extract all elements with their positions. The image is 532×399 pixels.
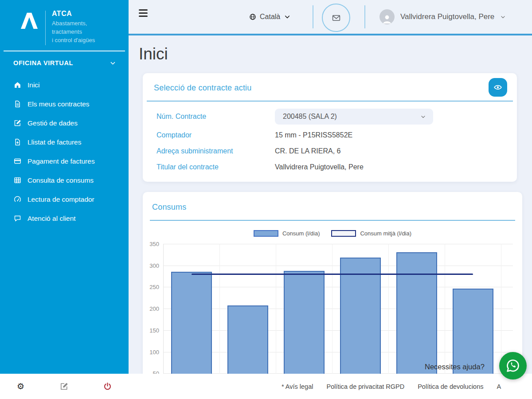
y-tick-label: 150 — [149, 327, 159, 333]
brand-logo: ATCA Abastaments,tractamentsi control d'… — [0, 0, 129, 45]
contract-card-title: Selecció de contracte actiu — [154, 83, 252, 93]
sidebar: ATCA Abastaments,tractamentsi control d'… — [0, 0, 129, 374]
power-icon — [103, 382, 112, 391]
average-line — [192, 274, 473, 275]
field-value: Vallvidrera Puigtovella, Pere — [275, 163, 364, 171]
pen-square-icon — [13, 119, 22, 127]
gridline-v — [445, 244, 445, 395]
sidebar-item-lectura-de-comptador[interactable]: Lectura de comptador — [0, 190, 129, 209]
avatar — [379, 9, 395, 24]
envelope-icon — [332, 13, 341, 23]
sidebar-item-inici[interactable]: Inici — [0, 75, 129, 94]
gear-button[interactable]: ⚙ — [17, 382, 24, 391]
sidebar-item-label: Els meus contractes — [27, 100, 90, 108]
logo-divider — [45, 11, 46, 45]
contract-fields: Núm. Contracte200485 (SALA 2)Comptador15… — [156, 109, 506, 175]
chart-legend: Consum (l/dia)Consum mitjà (l/dia) — [143, 230, 522, 237]
gridline-h — [163, 266, 513, 266]
footer-link-avis-legal[interactable]: * Avís legal — [282, 383, 313, 390]
home-icon — [13, 81, 22, 89]
gridline-v — [219, 244, 220, 395]
language-label: Català — [260, 13, 280, 21]
whatsapp-icon — [505, 358, 521, 374]
footer-link-a[interactable]: A — [497, 383, 501, 390]
brand-name: ATCA — [52, 9, 95, 18]
contract-select[interactable]: 200485 (SALA 2) — [275, 109, 433, 125]
sidebar-section-oficina-virtual[interactable]: OFICINA VIRTUAL — [0, 51, 129, 71]
sidebar-item-llistat-de-factures[interactable]: Llistat de factures — [0, 133, 129, 152]
sidebar-item-label: Consulta de consums — [27, 176, 94, 184]
messages-button[interactable] — [322, 4, 350, 32]
field-label: Titular del contracte — [156, 163, 275, 171]
sidebar-item-atencio-al-client[interactable]: Atenció al client — [0, 209, 129, 228]
topbar-divider — [364, 5, 365, 28]
gridline-h — [163, 244, 513, 244]
field-row-comptador: Comptador15 mm - P15RISS5852E — [156, 127, 506, 143]
legend-item-consum-l-dia[interactable]: Consum (l/dia) — [254, 230, 320, 237]
sidebar-menu: IniciEls meus contractesGestió de dadesL… — [0, 71, 129, 228]
sidebar-item-label: Pagament de factures — [27, 157, 95, 165]
legend-item-consum-mitja-l-dia[interactable]: Consum mitjà (l/dia) — [331, 230, 411, 237]
field-row-num-contracte: Núm. Contracte200485 (SALA 2) — [156, 109, 506, 125]
view-contract-button[interactable] — [489, 78, 507, 97]
pen-square-button[interactable] — [60, 382, 68, 391]
sidebar-item-label: Llistat de factures — [27, 138, 81, 146]
field-label: Comptador — [156, 131, 275, 139]
sidebar-item-gestio-de-dades[interactable]: Gestió de dades — [0, 113, 129, 133]
chevron-down-icon — [284, 13, 291, 20]
brand-subtitle: Abastaments,tractamentsi control d'aigüe… — [52, 19, 95, 44]
field-row-titular-del-contracte: Titular del contracteVallvidrera Puigtov… — [156, 159, 506, 175]
sidebar-item-els-meus-contractes[interactable]: Els meus contractes — [0, 94, 129, 113]
footer-links: * Avís legalPolítica de privacitat RGPDP… — [282, 374, 501, 399]
sidebar-item-label: Atenció al client — [27, 215, 76, 223]
topbar-divider — [313, 5, 313, 28]
field-label: Núm. Contracte — [156, 113, 275, 121]
bar-chart: 35030025020015010050 — [163, 244, 513, 395]
gauge-icon — [13, 196, 22, 203]
table-icon — [13, 176, 22, 184]
footer-link-politica-de-devolucions[interactable]: Política de devolucions — [418, 383, 483, 390]
consums-card-title: Consums — [152, 203, 186, 212]
field-value: 15 mm - P15RISS5852E — [275, 131, 352, 139]
eye-icon — [493, 83, 502, 92]
footer: * Avís legalPolítica de privacitat RGPDP… — [129, 374, 532, 399]
sidebar-item-label: Gestió de dades — [27, 119, 78, 127]
chevron-down-icon — [500, 14, 506, 20]
gridline-v — [332, 244, 332, 395]
language-selector[interactable]: Català — [249, 0, 291, 34]
field-label: Adreça subministrament — [156, 147, 275, 155]
chevron-down-icon — [420, 114, 426, 120]
person-icon — [382, 14, 392, 24]
atca-logo-icon — [18, 9, 41, 32]
chat-icon — [13, 215, 22, 222]
y-tick-label: 350 — [149, 241, 159, 247]
contract-select-value: 200485 (SALA 2) — [283, 113, 337, 121]
field-value: CR. DE LA RIERA, 6 — [275, 147, 341, 155]
invoice-icon — [13, 138, 22, 146]
credit-card-icon — [13, 157, 22, 165]
power-button[interactable] — [103, 382, 112, 391]
user-name: Vallvidrera Puigtovella, Pere — [400, 12, 494, 21]
legend-swatch — [331, 230, 356, 237]
legend-label: Consum mitjà (l/dia) — [360, 230, 411, 237]
globe-icon — [249, 13, 256, 20]
gridline-v — [276, 244, 276, 395]
section-label: OFICINA VIRTUAL — [13, 59, 73, 66]
chevron-down-icon — [110, 60, 116, 66]
y-tick-label: 250 — [149, 284, 159, 290]
footer-link-politica-de-privacitat-rgpd[interactable]: Política de privacitat RGPD — [326, 383, 404, 390]
user-menu[interactable]: Vallvidrera Puigtovella, Pere — [379, 0, 506, 34]
brand-subtitle-line: i control d'aigües — [52, 36, 95, 44]
y-tick-label: 300 — [149, 262, 159, 269]
sidebar-item-pagament-de-factures[interactable]: Pagament de factures — [0, 152, 129, 171]
contract-selection-card: Selecció de contracte actiu Núm. Contrac… — [143, 73, 517, 182]
hamburger-menu-icon[interactable] — [139, 9, 148, 17]
pen-square-icon — [60, 382, 68, 391]
topbar: Català Vallvidrera Puigtovella, Pere — [129, 0, 532, 35]
brand-subtitle-line: Abastaments, — [52, 19, 95, 27]
y-axis-line — [163, 244, 164, 395]
y-tick-label: 200 — [149, 305, 159, 312]
sidebar-item-consulta-de-consums[interactable]: Consulta de consums — [0, 171, 129, 190]
field-row-adreca-subministrament: Adreça subministramentCR. DE LA RIERA, 6 — [156, 143, 506, 159]
whatsapp-button[interactable] — [499, 352, 527, 379]
